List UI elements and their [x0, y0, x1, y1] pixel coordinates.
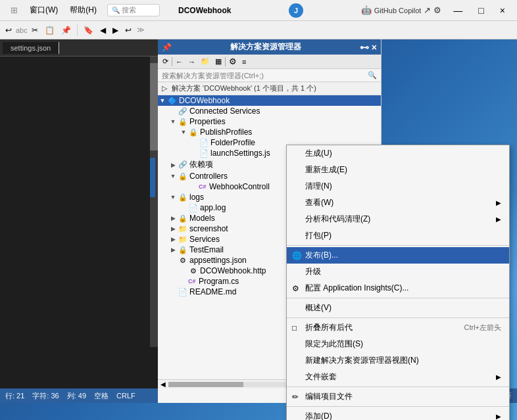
- se-scrollbar-thumb[interactable]: [168, 382, 243, 387]
- ctx-label-scope: 限定为此范围(S): [305, 338, 501, 350]
- ctx-item-clean[interactable]: 清理(N): [287, 178, 509, 195]
- ctx-label-analyze: 分析和代码清理(Z): [305, 214, 491, 225]
- tree-label: Controllers: [189, 172, 228, 181]
- ctx-item-file_nesting[interactable]: 文件嵌套 ▶: [287, 369, 509, 385]
- ctx-item-overview[interactable]: 概述(V): [287, 300, 509, 316]
- toolbar-undo[interactable]: ↩: [3, 24, 14, 36]
- ctx-label-overview: 概述(V): [305, 302, 501, 314]
- ctx-separator: [287, 245, 509, 246]
- toolbar-nav-forward[interactable]: ▶: [110, 24, 121, 36]
- tree-label: DCOWebhook: [179, 96, 230, 105]
- se-sep-1: [172, 57, 172, 66]
- ctx-item-configure_insights[interactable]: ⚙ 配置 Application Insights(C)...: [287, 280, 509, 296]
- tree-label: appsettings.json: [189, 256, 247, 265]
- ctx-item-new_view[interactable]: 新建解决方案资源管理器视图(N): [287, 352, 509, 369]
- se-pin-icon[interactable]: 📌: [162, 43, 172, 52]
- ctx-label-publish: 发布(B)...: [305, 250, 501, 261]
- toolbar-cut[interactable]: ✂: [29, 24, 41, 36]
- tree-icon: 🔷: [167, 97, 178, 105]
- tree-item-publishprofiles[interactable]: ▼ 🔒 PublishProfiles: [158, 127, 381, 137]
- toolbar-nav-3[interactable]: ↩: [122, 24, 134, 36]
- toolbar-bookmark[interactable]: 🔖: [81, 24, 96, 36]
- se-back-btn[interactable]: ←: [174, 57, 185, 66]
- se-collapse-btn[interactable]: ≡: [240, 57, 248, 66]
- se-scroll-left[interactable]: ◀: [160, 381, 166, 388]
- tree-arrow: ▼: [168, 194, 178, 200]
- se-title: 解决方案资源管理器: [172, 41, 360, 53]
- tree-item-root[interactable]: ▼ 🔷 DCOWebhook: [158, 95, 381, 106]
- menu-help[interactable]: 帮助(H): [64, 3, 102, 17]
- toolbar-copy[interactable]: 📋: [42, 24, 57, 36]
- ctx-label-build: 生成(U): [305, 148, 501, 159]
- toolbar-nav-back[interactable]: ◀: [97, 24, 109, 36]
- ctx-label-configure_insights: 配置 Application Insights(C)...: [305, 283, 501, 294]
- tree-label: Program.cs: [199, 277, 239, 286]
- se-forward-btn[interactable]: →: [186, 57, 197, 66]
- ctx-item-view[interactable]: 查看(W) ▶: [287, 195, 509, 211]
- se-search-input[interactable]: [162, 72, 368, 80]
- tree-label: logs: [189, 193, 204, 202]
- ctx-item-pack[interactable]: 打包(P): [287, 227, 509, 244]
- se-controls: ⊷ ×: [360, 42, 377, 53]
- status-col: 列: 49: [67, 391, 86, 401]
- tree-icon: 🔒: [178, 214, 188, 223]
- se-sync-btn[interactable]: ⟳: [160, 57, 170, 66]
- share-icon[interactable]: ↗: [424, 5, 431, 15]
- tree-label: DCOWebhook.http: [200, 266, 266, 275]
- ctx-item-upgrade[interactable]: 升级: [287, 264, 509, 280]
- tree-label: WebhookControll: [209, 182, 270, 191]
- ctx-item-collapse[interactable]: □ 折叠所有后代 Ctrl+左箭头: [287, 319, 509, 336]
- ctx-label-pack: 打包(P): [305, 230, 501, 241]
- copilot-area: 🤖 GitHub Copilot ↗ ⚙: [361, 5, 442, 15]
- se-filter-btn[interactable]: ▦: [213, 57, 224, 66]
- editor-scrollbar[interactable]: [150, 57, 158, 347]
- tree-icon: ⚙: [178, 256, 188, 265]
- close-button[interactable]: ×: [493, 4, 512, 17]
- se-settings-btn[interactable]: ⚙: [227, 56, 239, 67]
- ctx-item-build[interactable]: 生成(U): [287, 145, 509, 162]
- copilot-label: GitHub Copilot: [374, 7, 422, 14]
- tree-label: TestEmail: [189, 245, 224, 254]
- se-toolbar: ⟳ ← → 📁 ▦ ⚙ ≡: [158, 55, 381, 69]
- se-search[interactable]: 🔍: [158, 69, 381, 82]
- solution-label: ▷ 解决方案 'DCOWebhook' (1 个项目，共 1 个): [158, 82, 381, 95]
- toolbar-paste[interactable]: 📌: [59, 24, 74, 36]
- status-line: 行: 21: [5, 391, 24, 401]
- ctx-item-scope[interactable]: 限定为此范围(S): [287, 336, 509, 352]
- ctx-label-view: 查看(W): [305, 197, 491, 208]
- ctx-item-add[interactable]: 添加(D) ▶: [287, 408, 509, 420]
- se-sep-2: [225, 57, 226, 66]
- tab-settings[interactable]: settings.json: [3, 42, 59, 54]
- editor-pane: settings.json: [0, 39, 158, 403]
- tree-icon: 🔒: [178, 118, 188, 126]
- solution-text: 解决方案 'DCOWebhook' (1 个项目，共 1 个): [172, 84, 316, 92]
- tree-label: 依赖项: [189, 159, 213, 170]
- menu-bar: ⊞ 窗口(W) 帮助(H): [5, 3, 102, 17]
- se-folder-btn[interactable]: 📁: [199, 57, 212, 66]
- context-menu: 生成(U) 重新生成(E) 清理(N) 查看(W) ▶ 分析和代码清理(Z) ▶…: [286, 145, 510, 420]
- se-search-icon: 🔍: [368, 71, 377, 80]
- tree-label: README.md: [189, 287, 236, 296]
- maximize-button[interactable]: □: [472, 4, 490, 17]
- ctx-icon-configure_insights: ⚙: [292, 284, 305, 293]
- title-search-box[interactable]: 🔍 搜索: [107, 4, 160, 16]
- ctx-label-edit_project: 编辑项目文件: [305, 391, 501, 402]
- settings-icon[interactable]: ⚙: [433, 5, 441, 15]
- ctx-item-edit_project[interactable]: ✏ 编辑项目文件: [287, 388, 509, 405]
- se-close-button[interactable]: ×: [372, 42, 377, 53]
- scrollbar-thumb[interactable]: [150, 63, 158, 151]
- ctx-item-publish[interactable]: 🌐 发布(B)...: [287, 247, 509, 264]
- tree-label: Connected Services: [189, 106, 260, 116]
- tree-item-connected[interactable]: 🔗 Connected Services: [158, 106, 381, 116]
- ctx-item-rebuild[interactable]: 重新生成(E): [287, 162, 509, 178]
- tree-item-properties[interactable]: ▼ 🔒 Properties: [158, 116, 381, 127]
- status-encoding: CRLF: [116, 392, 135, 400]
- tree-arrow: ▶: [168, 246, 178, 253]
- se-pin-button[interactable]: ⊷: [360, 42, 369, 53]
- tree-icon: ⚙: [188, 267, 199, 275]
- ctx-item-analyze[interactable]: 分析和代码清理(Z) ▶: [287, 211, 509, 227]
- ctx-label-add: 添加(D): [305, 411, 491, 420]
- ctx-shortcut-collapse: Ctrl+左箭头: [464, 323, 501, 333]
- minimize-button[interactable]: —: [447, 4, 469, 17]
- menu-window[interactable]: 窗口(W): [24, 3, 63, 17]
